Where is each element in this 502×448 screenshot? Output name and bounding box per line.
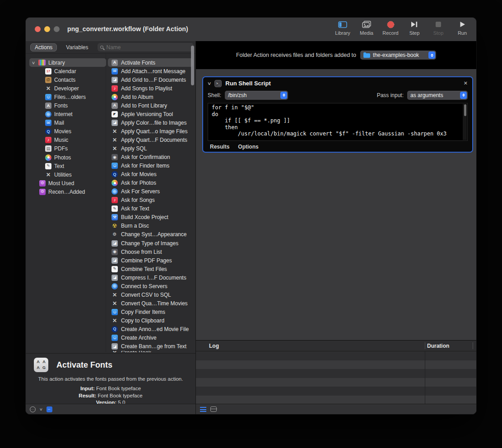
category-label: Most Used bbox=[48, 180, 74, 187]
action-label: Create Book bbox=[121, 351, 151, 352]
action-list-item[interactable]: Apply SQL bbox=[108, 144, 193, 153]
folder-action-text: Folder Action receives files and folders… bbox=[236, 52, 356, 58]
action-footer: Results Options bbox=[203, 141, 472, 153]
shell-popup[interactable]: /bin/zsh bbox=[225, 91, 288, 100]
shell-script-code[interactable]: for f in "$@" do if [[ $f == *.png ]] th… bbox=[208, 103, 467, 138]
column-divider[interactable] bbox=[425, 342, 425, 349]
action-list-item[interactable]: Build Xcode Project bbox=[108, 213, 193, 222]
action-list-item[interactable]: Create Bann…ge from Text bbox=[108, 342, 193, 351]
action-list-item[interactable]: Create Archive bbox=[108, 334, 193, 342]
action-list-item[interactable]: Apply Color…file to Images bbox=[108, 118, 193, 127]
action-list-item[interactable]: Add to Font Library bbox=[108, 101, 193, 110]
category-row[interactable]: Photos bbox=[29, 153, 106, 162]
search-field[interactable] bbox=[98, 43, 194, 51]
category-row[interactable]: Movies bbox=[29, 127, 106, 136]
action-list-item[interactable]: Burn a Disc bbox=[108, 222, 193, 230]
action-menu-icon[interactable]: ··· bbox=[30, 406, 36, 412]
category-row[interactable]: Utilities bbox=[29, 170, 106, 179]
options-tab[interactable]: Options bbox=[238, 144, 258, 150]
category-row[interactable]: Text bbox=[29, 162, 106, 170]
log-column-header[interactable]: Log bbox=[209, 343, 219, 349]
action-list-item[interactable]: Copy to Clipboard bbox=[108, 316, 193, 325]
results-tab[interactable]: Results bbox=[210, 144, 229, 150]
action-list-item[interactable]: Change Syst…Appearance bbox=[108, 230, 193, 239]
action-list-item[interactable]: Ask for Finder Items bbox=[108, 162, 193, 170]
fonts-icon bbox=[112, 60, 118, 66]
action-list-item[interactable]: Apply Quart…o Image Files bbox=[108, 127, 193, 135]
media-button[interactable]: Media bbox=[358, 20, 375, 36]
action-list-item[interactable]: Add Grid to…F Documents bbox=[108, 75, 193, 84]
close-action-icon[interactable]: ✕ bbox=[464, 80, 468, 86]
action-list-item[interactable]: Combine Text Files bbox=[108, 265, 193, 273]
chevron-down-icon[interactable]: ∨ bbox=[31, 61, 37, 65]
action-list-item[interactable]: Activate Fonts bbox=[108, 58, 193, 67]
pass-input-popup[interactable]: as arguments bbox=[407, 91, 468, 100]
category-row[interactable]: Mail bbox=[29, 119, 106, 127]
action-label: Convert Qua…Time Movies bbox=[121, 300, 188, 307]
category-row[interactable]: Contacts bbox=[29, 75, 106, 84]
action-list-item[interactable]: Combine PDF Pages bbox=[108, 256, 193, 265]
action-list-item[interactable]: Apply Quart…F Documents bbox=[108, 135, 193, 144]
action-list-item[interactable]: Ask for Confirmation bbox=[108, 153, 193, 162]
category-row[interactable]: ∨ Library bbox=[29, 58, 106, 67]
step-button[interactable]: Step bbox=[406, 20, 423, 36]
category-row[interactable]: PDFs bbox=[29, 145, 106, 153]
folder-popup-value: the-examples-book bbox=[373, 52, 426, 58]
action-list-item[interactable]: Apple Versioning Tool bbox=[108, 110, 193, 118]
folder-popup[interactable]: the-examples-book bbox=[360, 51, 436, 60]
record-button[interactable]: Record bbox=[382, 20, 399, 36]
duration-column-header[interactable]: Duration bbox=[427, 343, 449, 349]
music-icon bbox=[45, 137, 51, 143]
search-input[interactable] bbox=[106, 44, 191, 51]
library-button[interactable]: Library bbox=[334, 20, 351, 36]
workflow-view-icon[interactable] bbox=[210, 406, 217, 412]
category-row[interactable]: Recen…Added bbox=[29, 187, 106, 196]
action-list-item[interactable]: Create Book bbox=[108, 351, 193, 352]
media-browser-icon[interactable] bbox=[46, 406, 52, 412]
category-row[interactable]: Developer bbox=[29, 84, 106, 93]
action-list-item[interactable]: Choose from List bbox=[108, 247, 193, 256]
tab-variables[interactable]: Variables bbox=[61, 43, 93, 51]
minimize-window-button[interactable] bbox=[44, 26, 50, 32]
action-list-item[interactable]: Compress I…F Documents bbox=[108, 273, 193, 282]
action-label: Apple Versioning Tool bbox=[121, 111, 173, 117]
category-label: Internet bbox=[54, 111, 73, 117]
chevron-down-icon[interactable]: ∨ bbox=[39, 407, 43, 411]
pass-input-value: as arguments bbox=[410, 92, 457, 98]
action-list-item[interactable]: Ask for Movies bbox=[108, 170, 193, 179]
category-row[interactable]: Calendar bbox=[29, 67, 106, 75]
tab-actions[interactable]: Actions bbox=[30, 43, 57, 51]
action-list-item[interactable]: Ask For Servers bbox=[108, 187, 193, 196]
action-list-scrollbar[interactable] bbox=[191, 46, 194, 85]
code-scrollbar-thumb[interactable] bbox=[464, 104, 466, 116]
zoom-window-button[interactable] bbox=[54, 26, 60, 32]
run-button[interactable]: Run bbox=[454, 20, 471, 36]
action-list-item[interactable]: Convert Qua…Time Movies bbox=[108, 299, 193, 308]
category-row[interactable]: Fonts bbox=[29, 101, 106, 110]
action-list-item[interactable]: Add to Album bbox=[108, 93, 193, 101]
action-list-item[interactable]: Ask for Songs bbox=[108, 196, 193, 205]
action-list-item[interactable]: Ask for Photos bbox=[108, 179, 193, 187]
action-list-item[interactable]: Copy Finder Items bbox=[108, 308, 193, 316]
action-label: Ask for Photos bbox=[121, 180, 156, 186]
action-list-item[interactable]: Add Attach…ront Message bbox=[108, 67, 193, 75]
category-row[interactable]: Internet bbox=[29, 110, 106, 119]
close-window-button[interactable] bbox=[35, 26, 41, 32]
action-list-item[interactable]: Connect to Servers bbox=[108, 282, 193, 290]
preview-icon bbox=[112, 77, 118, 83]
action-list-item[interactable]: Convert CSV to SQL bbox=[108, 290, 193, 299]
category-row[interactable]: Music bbox=[29, 136, 106, 145]
internet-icon bbox=[112, 283, 118, 289]
action-list-item[interactable]: Create Anno…ed Movie File bbox=[108, 325, 193, 333]
action-list-item[interactable]: Ask for Text bbox=[108, 205, 193, 213]
log-view-icon[interactable] bbox=[200, 407, 206, 412]
disclosure-chevron-icon[interactable]: ∨ bbox=[207, 81, 212, 86]
action-list-item[interactable]: Add Songs to Playlist bbox=[108, 84, 193, 93]
column-divider[interactable] bbox=[473, 342, 473, 349]
quicktime-icon bbox=[112, 171, 118, 177]
action-list-item[interactable]: Change Type of Images bbox=[108, 239, 193, 247]
category-row[interactable]: Files…olders bbox=[29, 93, 106, 101]
category-row[interactable]: Most Used bbox=[29, 179, 106, 187]
action-label: Ask for Confirmation bbox=[121, 154, 170, 160]
shell-script-editor[interactable]: for f in "$@" do if [[ $f == *.png ]] th… bbox=[208, 103, 468, 141]
